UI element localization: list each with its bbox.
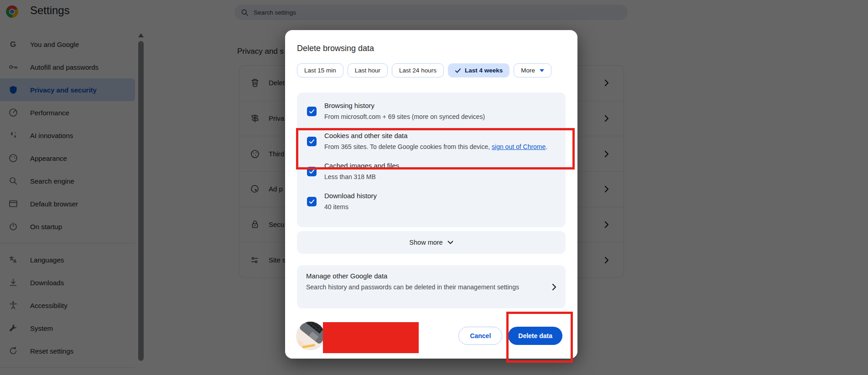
time-range-chips: Last 15 min Last hour Last 24 hours Last… xyxy=(297,63,566,77)
chip-label: Last 24 hours xyxy=(399,67,437,74)
chip-last-4-weeks[interactable]: Last 4 weeks xyxy=(448,63,509,77)
red-redaction-rectangle xyxy=(323,322,419,353)
chip-last-15-min[interactable]: Last 15 min xyxy=(297,63,343,77)
chip-label: Last hour xyxy=(355,67,380,74)
delete-browsing-data-dialog: Delete browsing data Last 15 min Last ho… xyxy=(285,30,577,359)
chip-label: Last 15 min xyxy=(304,67,336,74)
chip-label: Last 4 weeks xyxy=(465,67,503,74)
manage-other-google-data[interactable]: Manage other Google data Search history … xyxy=(297,265,566,308)
show-more-label: Show more xyxy=(409,239,442,246)
chip-more[interactable]: More xyxy=(514,63,551,77)
download-history-checkbox[interactable] xyxy=(307,197,317,206)
caret-down-icon xyxy=(540,69,544,72)
dialog-title: Delete browsing data xyxy=(297,30,566,53)
laptop-illustration-avatar xyxy=(296,322,325,350)
chevron-right-icon xyxy=(552,283,556,291)
item-subtitle: From microsoft.com + 69 sites (more on s… xyxy=(324,112,556,122)
item-title: Browsing history xyxy=(324,101,556,110)
row-browsing-history[interactable]: Browsing history From microsoft.com + 69… xyxy=(307,101,556,122)
chip-last-hour[interactable]: Last hour xyxy=(348,63,388,77)
manage-title: Manage other Google data xyxy=(306,272,546,280)
check-icon xyxy=(455,68,461,73)
item-subtitle: Less than 318 MB xyxy=(324,172,556,182)
browsing-history-checkbox[interactable] xyxy=(307,107,317,116)
item-title: Download history xyxy=(324,191,556,200)
chevron-down-icon xyxy=(447,241,453,245)
item-subtitle: 40 items xyxy=(324,202,556,212)
red-annotation-cookies xyxy=(296,128,575,170)
chip-last-24-hours[interactable]: Last 24 hours xyxy=(392,63,444,77)
show-more-button[interactable]: Show more xyxy=(297,231,566,254)
chip-label: More xyxy=(521,67,535,74)
row-download-history[interactable]: Download history 40 items xyxy=(307,191,556,212)
red-annotation-delete-button xyxy=(506,312,573,363)
manage-subtitle: Search history and passwords can be dele… xyxy=(306,282,534,292)
cancel-button[interactable]: Cancel xyxy=(458,327,502,345)
